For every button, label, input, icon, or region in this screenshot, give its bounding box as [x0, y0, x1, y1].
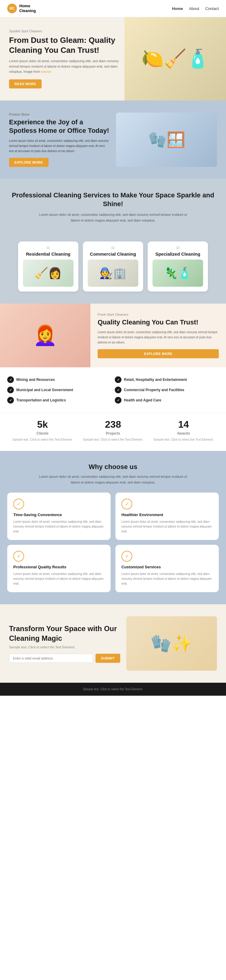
time-saving-icon: ✓: [13, 499, 24, 509]
service-card-commercial: 02 Commercial Cleaning 🧑‍🔧🏢: [83, 242, 143, 291]
stat-clients-value: 5k: [11, 419, 74, 430]
card-title-specialized: Specialized Cleaning: [152, 251, 203, 256]
badge-health: ✓ Health and Aged Care: [115, 397, 219, 404]
badge-check-icon-retail: ✓: [115, 376, 122, 383]
stat-awards-desc: Sample text. Click to select the Text El…: [152, 438, 215, 442]
quality-section: 👩‍🦰 Fresh Start Cleaners Quality Cleanin…: [0, 304, 226, 368]
badges-grid: ✓ Mining and Resources ✓ Retail, Hospita…: [7, 376, 219, 404]
quality-cta-button[interactable]: EXPLORE MORE: [98, 349, 219, 358]
customized-desc: Lorem ipsum dolor sit amet, consectetur …: [122, 572, 213, 586]
hero-heading: From Dust to Gleam: Quality Cleaning You…: [9, 35, 123, 55]
hero-body: Lorem ipsum dolor sit amet, consectetur …: [9, 59, 123, 75]
nav-contact[interactable]: Contact: [205, 6, 219, 11]
why-header: Why choose us Lorem ipsum dolor sit amet…: [7, 463, 219, 485]
services-subheading: Lorem ipsum dolor sit amet, consectetur …: [38, 212, 188, 223]
transform-section: Transform Your Space with Our Cleaning M…: [0, 604, 226, 683]
healthier-icon: ✓: [122, 499, 132, 509]
service-card-specialized: 03 Specialized Cleaning 🦎🧴: [148, 242, 208, 291]
badges-section: ✓ Mining and Resources ✓ Retail, Hospita…: [0, 368, 226, 413]
service-card-residential: 01 Residential Cleaning 🧹👩: [18, 242, 78, 291]
card-title-residential: Residential Cleaning: [23, 251, 74, 256]
why-card-health: ✓ Healthier Environment Lorem ipsum dolo…: [115, 493, 219, 540]
hero-image: 🍋🧹🧴: [125, 17, 226, 100]
card-img-residential: 🧹👩: [23, 259, 74, 287]
why-subheading: Lorem ipsum dolor sit amet, consectetur …: [38, 474, 188, 485]
nav-links: Home About Contact: [172, 6, 219, 11]
quality-results-title: Professional Quality Results: [13, 565, 104, 569]
why-card-custom: ✓ Customized Services Lorem ipsum dolor …: [115, 545, 219, 592]
badge-label-retail: Retail, Hospitality and Entertainment: [124, 377, 187, 382]
why-card-quality: ✓ Professional Quality Results Lorem ips…: [7, 545, 111, 592]
quality-content: Fresh Start Cleaners Quality Cleaning Yo…: [90, 304, 226, 368]
quality-icon: ✓: [13, 551, 24, 562]
badge-label-health: Health and Aged Care: [124, 398, 161, 402]
transform-subtext: Sample text. Click to select the Text El…: [9, 645, 120, 649]
navigation: HC Home Cleaning Home About Contact: [0, 0, 226, 17]
hero-content: Sparkle Spot Cleaners From Dust to Gleam…: [9, 29, 123, 88]
experience-image: 🧤🪟: [116, 113, 217, 167]
experience-heading: Experience the Joy of a Spotless Home or…: [9, 118, 110, 135]
hero-image-link[interactable]: source: [41, 70, 51, 73]
badge-check-icon-commercial: ✓: [115, 387, 122, 393]
service-cards-section: 01 Residential Cleaning 🧹👩 02 Commercial…: [0, 235, 226, 304]
experience-section: Pristine Shine Experience the Joy of a S…: [0, 100, 226, 179]
healthier-desc: Lorem ipsum dolor sit amet, consectetur …: [122, 519, 213, 534]
footer: Sample text. Click to select the Text El…: [0, 683, 226, 696]
quality-body: Lorem ipsum dolor sit amet, consectetur …: [98, 329, 219, 345]
badge-mining: ✓ Mining and Resources: [7, 376, 111, 383]
stat-awards-label: Awards: [152, 431, 215, 436]
badge-commercial: ✓ Commercial Property and Facilities: [115, 387, 219, 393]
hero-section: Sparkle Spot Cleaners From Dust to Gleam…: [0, 17, 226, 100]
badge-check-icon-health: ✓: [115, 397, 122, 404]
stat-clients: 5k Clients Sample text. Click to select …: [11, 419, 74, 442]
card-title-commercial: Commercial Cleaning: [88, 251, 138, 256]
footer-text: Sample text. Click to select the Text El…: [7, 687, 219, 691]
card-img-specialized: 🦎🧴: [152, 259, 203, 287]
healthier-title: Healthier Environment: [122, 512, 213, 517]
time-saving-title: Time-Saving Convenience: [13, 512, 104, 517]
logo[interactable]: HC Home Cleaning: [7, 4, 36, 13]
stat-projects-desc: Sample text. Click to select the Text El…: [81, 438, 145, 442]
logo-text: Home Cleaning: [19, 4, 36, 13]
badge-check-icon: ✓: [7, 376, 14, 383]
badge-retail: ✓ Retail, Hospitality and Entertainment: [115, 376, 219, 383]
stat-awards: 14 Awards Sample text. Click to select t…: [152, 419, 215, 442]
quality-image: 👩‍🦰: [0, 304, 90, 368]
experience-tag: Pristine Shine: [9, 113, 110, 116]
badge-municipal: ✓ Municipal and Local Government: [7, 387, 111, 393]
logo-icon: HC: [7, 4, 17, 13]
badge-transport: ✓ Transportation and Logistics: [7, 397, 111, 404]
badge-label-municipal: Municipal and Local Government: [16, 388, 73, 392]
why-section: Why choose us Lorem ipsum dolor sit amet…: [0, 451, 226, 604]
why-card-time: ✓ Time-Saving Convenience Lorem ipsum do…: [7, 493, 111, 540]
card-num-3: 03: [152, 246, 203, 250]
quality-tag: Fresh Start Cleaners: [98, 313, 219, 316]
email-input[interactable]: [9, 654, 93, 663]
quality-heading: Quality Cleaning You Can Trust!: [98, 318, 219, 327]
badge-check-icon-municipal: ✓: [7, 387, 14, 393]
nav-about[interactable]: About: [189, 6, 199, 11]
submit-button[interactable]: SUBMIT: [95, 654, 120, 663]
stats-section: 5k Clients Sample text. Click to select …: [0, 413, 226, 451]
services-header: Professional Cleaning Services to Make Y…: [0, 179, 226, 235]
stat-clients-desc: Sample text. Click to select the Text El…: [11, 438, 74, 442]
transform-form: SUBMIT: [9, 654, 120, 663]
card-num-1: 01: [23, 246, 74, 250]
card-num-2: 02: [88, 246, 138, 250]
stat-clients-label: Clients: [11, 431, 74, 436]
stat-awards-value: 14: [152, 419, 215, 430]
transform-content: Transform Your Space with Our Cleaning M…: [9, 624, 120, 662]
stat-projects: 238 Projects Sample text. Click to selec…: [81, 419, 145, 442]
experience-cta-button[interactable]: EXPLORE MORE: [9, 158, 49, 167]
services-heading: Professional Cleaning Services to Make Y…: [9, 191, 217, 208]
nav-home[interactable]: Home: [172, 6, 183, 11]
card-img-commercial: 🧑‍🔧🏢: [88, 259, 138, 287]
badge-label-mining: Mining and Resources: [16, 377, 55, 382]
hero-cta-button[interactable]: READ MORE: [9, 80, 41, 88]
why-heading: Why choose us: [7, 463, 219, 471]
time-saving-desc: Lorem ipsum dolor sit amet, consectetur …: [13, 519, 104, 534]
experience-body: Lorem ipsum dolor sit amet, consectetur …: [9, 138, 110, 154]
why-cards-grid: ✓ Time-Saving Convenience Lorem ipsum do…: [7, 493, 219, 592]
customized-icon: ✓: [122, 551, 132, 562]
transform-image: 🧤✨: [126, 616, 217, 671]
